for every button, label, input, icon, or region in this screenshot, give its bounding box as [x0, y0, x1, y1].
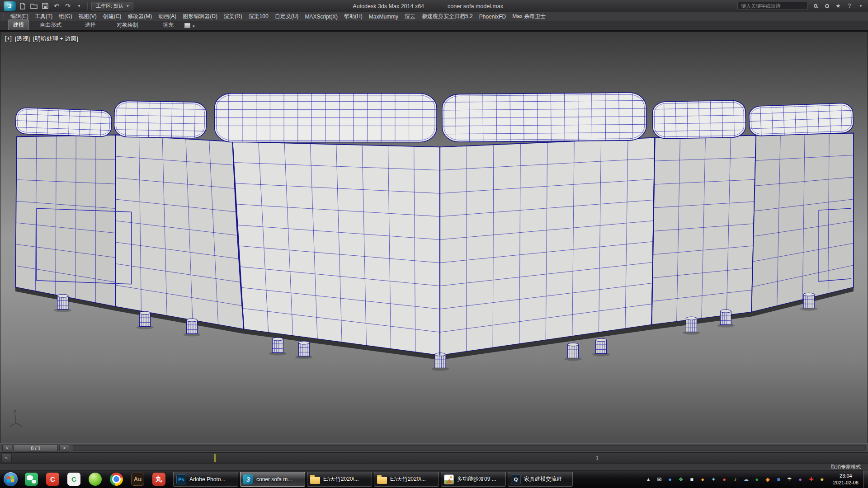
audition-logo: Au	[131, 473, 144, 486]
communication-center-icon[interactable]	[823, 2, 830, 10]
taskbar-button[interactable]: Q家具建模交流群	[508, 472, 573, 487]
tray-icon[interactable]: ◆	[764, 475, 772, 483]
redo-icon[interactable]: ↷	[63, 2, 72, 10]
wechat-logo	[25, 473, 38, 486]
ribbon-tab[interactable]: 填充	[158, 20, 178, 30]
menu-item[interactable]: 自定义(U)	[272, 12, 302, 21]
infocenter: ★ ? ▾	[737, 2, 864, 10]
menu-item[interactable]: 图形编辑器(D)	[179, 12, 221, 21]
previous-frame-button[interactable]: <	[2, 445, 12, 451]
menu-item[interactable]: 渲染(R)	[221, 12, 245, 21]
taskbar-button-label: 家具建模交流群	[524, 475, 562, 483]
title-bar: 3 ↶ ↷ ▾ 工作区: 默认 ▾ Autodesk 3ds Max 2014 …	[0, 0, 868, 12]
time-slider-handle[interactable]: 0 / 1	[14, 445, 58, 451]
viewport-shading-menu[interactable]: [明暗处理 + 边面]	[33, 35, 78, 43]
viewport[interactable]: Z [+][透视][明暗处理 + 边面]	[0, 31, 868, 443]
taskbar-button-label: E:\天竹2020\...	[390, 475, 426, 483]
menubar-grip[interactable]	[3, 14, 5, 19]
tray-icon[interactable]: ▲	[645, 475, 652, 483]
taskbar-clock[interactable]: 23:04 2021-02-06	[829, 473, 863, 486]
search-input[interactable]	[737, 2, 808, 10]
undo-icon[interactable]: ↶	[52, 2, 61, 10]
ribbon-tab[interactable]: 对象绘制	[112, 20, 143, 30]
tray-icon[interactable]: ●	[797, 475, 804, 483]
quicklaunch-wan-icon[interactable]: 丸	[148, 470, 170, 488]
time-slider: < 0 / 1 >	[0, 443, 868, 452]
wan-logo: 丸	[152, 473, 165, 486]
qat-dropdown-icon[interactable]: ▾	[75, 2, 84, 10]
tray-icon[interactable]: ✚	[807, 475, 815, 483]
tray-icon[interactable]: ★	[818, 475, 826, 483]
clock-date: 2021-02-06	[833, 479, 859, 486]
infocenter-toggle-icon[interactable]: ▾	[857, 2, 864, 10]
quick-launch: CCAu丸	[21, 470, 170, 488]
taskbar-button[interactable]: E:\天竹2020\...	[374, 472, 439, 487]
menu-item[interactable]: MaxMummy	[366, 12, 401, 21]
viewport-3d-scene[interactable]: Z	[0, 32, 868, 443]
save-icon[interactable]	[41, 2, 50, 10]
taskbar-button[interactable]: 3coner sofa m...	[240, 472, 305, 487]
search-icon[interactable]	[812, 2, 819, 10]
taskbar-button-label: Adobe Photo...	[189, 476, 225, 483]
tray-icon[interactable]: ♪	[731, 475, 739, 483]
quicklaunch-chrome-icon[interactable]	[106, 470, 127, 488]
workspace-selector[interactable]: 工作区: 默认 ▾	[91, 2, 133, 10]
menu-item[interactable]: 渲染100	[245, 12, 272, 21]
ribbon-toggle-icon[interactable]	[184, 23, 190, 28]
taskbar-button[interactable]: E:\天竹2020\...	[307, 472, 372, 487]
show-desktop-button[interactable]	[863, 470, 868, 488]
taskbar-button[interactable]: 多功能沙发09 ...	[441, 472, 506, 487]
tray-icon[interactable]: ●	[699, 475, 707, 483]
ribbon-dropdown-icon[interactable]: ▾	[193, 24, 195, 28]
tray-icon[interactable]: ●	[721, 475, 728, 483]
tray-icon[interactable]: ■	[775, 475, 783, 483]
taskbar-button-label: E:\天竹2020\...	[323, 475, 359, 483]
titlebar-separator	[87, 2, 88, 9]
frame-tick-label: 1	[596, 455, 599, 460]
taskbar-button[interactable]: PsAdobe Photo...	[173, 472, 238, 487]
menu-item[interactable]: PhoenixFD	[476, 12, 509, 21]
mini-curve-editor-button[interactable]: ≈	[1, 454, 12, 462]
quicklaunch-red-c-icon[interactable]: C	[42, 470, 63, 488]
tray-icon[interactable]: ❖	[677, 475, 685, 483]
time-slider-track[interactable]	[73, 445, 866, 451]
tray-icon[interactable]: ✉	[656, 475, 663, 483]
quicklaunch-green-c-icon[interactable]: C	[63, 470, 85, 488]
viewport-label: [+][透视][明暗处理 + 边面]	[5, 35, 78, 43]
open-folder-icon[interactable]	[29, 2, 38, 10]
new-file-icon[interactable]	[18, 2, 27, 10]
quicklaunch-green-browser-icon[interactable]	[85, 470, 106, 488]
menu-item[interactable]: 极速瘦身安全归档5.2	[419, 12, 476, 21]
viewport-pov-menu[interactable]: [透视]	[15, 35, 30, 43]
viewport-general-menu[interactable]: [+]	[5, 35, 12, 43]
cancel-expert-mode-button[interactable]: 取消专家模式	[831, 465, 861, 469]
tray-icon[interactable]: ☂	[786, 475, 793, 483]
help-icon[interactable]: ?	[846, 2, 853, 10]
tray-icon[interactable]: ✦	[710, 475, 717, 483]
tray-icon[interactable]: ●	[753, 475, 761, 483]
workspace-label: 工作区: 默认	[96, 3, 123, 9]
menu-item[interactable]: MAXScript(X)	[302, 12, 341, 21]
3dsmax-window: 3 ↶ ↷ ▾ 工作区: 默认 ▾ Autodesk 3ds Max 2014 …	[0, 0, 868, 488]
red-c-logo: C	[46, 473, 59, 486]
menu-item[interactable]: 帮助(H)	[341, 12, 366, 21]
ribbon-tab[interactable]: 选择	[80, 20, 100, 30]
quicklaunch-wechat-icon[interactable]	[21, 470, 42, 488]
tray-icon[interactable]: ●	[666, 475, 674, 483]
green-browser-logo	[89, 473, 102, 486]
ribbon-tab[interactable]: 自由形式	[35, 20, 66, 30]
tray-icon[interactable]: ■	[688, 475, 696, 483]
current-frame-marker[interactable]	[214, 454, 216, 462]
favorites-star-icon[interactable]: ★	[835, 2, 842, 10]
taskbar-button-label: coner sofa m...	[256, 476, 292, 483]
track-bar[interactable]: ≈ 1	[0, 452, 868, 463]
app-logo-button[interactable]: 3	[4, 1, 16, 11]
next-frame-button[interactable]: >	[59, 445, 69, 451]
ribbon-tab[interactable]: 建模	[8, 19, 29, 30]
tray-icon[interactable]: ☁	[742, 475, 750, 483]
menu-item[interactable]: Max 杀毒卫士	[509, 12, 549, 21]
menu-item[interactable]: 渲云	[401, 12, 419, 21]
quicklaunch-audition-icon[interactable]: Au	[127, 470, 148, 488]
svg-text:Z: Z	[14, 409, 16, 414]
start-button[interactable]	[0, 470, 21, 488]
